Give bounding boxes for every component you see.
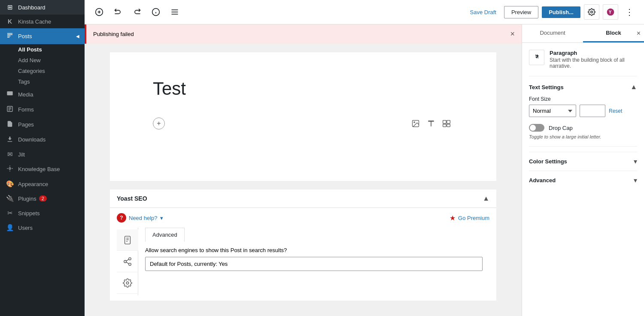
error-banner-text: Publishing failed: [93, 31, 134, 37]
font-size-reset-button[interactable]: Reset: [609, 108, 622, 114]
sidebar-item-appearance[interactable]: 🎨 Appearance: [0, 177, 85, 191]
users-icon: 👤: [5, 224, 15, 232]
advanced-toggle[interactable]: ▾: [634, 176, 637, 184]
svg-text:Y: Y: [609, 10, 612, 15]
svg-rect-0: [7, 91, 12, 95]
sidebar-item-snippets[interactable]: ✂ Snippets: [0, 206, 85, 220]
yoast-icon-settings[interactable]: [117, 272, 138, 294]
advanced-section: Advanced ▾: [529, 171, 637, 184]
sidebar-item-kinsta-cache[interactable]: K Kinsta Cache: [0, 15, 85, 28]
plugins-icon: 🔌: [5, 195, 15, 202]
editor-inner: Publishing failed × Test +: [85, 24, 522, 316]
color-settings-toggle[interactable]: ▾: [634, 157, 637, 166]
svg-line-30: [126, 262, 129, 264]
yoast-body: ? Need help? ▾ ★ Go Premium: [110, 208, 496, 301]
sidebar-item-jilt[interactable]: ✉ Jilt: [0, 147, 85, 162]
sidebar-item-label: Forms: [18, 106, 34, 113]
sidebar-subitem-all-posts[interactable]: All Posts: [0, 44, 85, 55]
dropcap-description: Toggle to show a large initial letter.: [529, 134, 637, 139]
divider-1: [529, 146, 637, 147]
yoast-collapse-button[interactable]: ▲: [483, 195, 489, 202]
sidebar-item-label: Posts: [18, 33, 32, 39]
font-size-input[interactable]: [580, 105, 605, 117]
sidebar-item-label: Media: [18, 91, 33, 98]
yoast-content: Advanced Allow search engines to show th…: [117, 228, 489, 295]
yoast-header[interactable]: Yoast SEO ▲: [110, 190, 496, 208]
yoast-help-expand-icon: ▾: [160, 215, 163, 221]
posts-icon: [5, 32, 15, 41]
redo-button[interactable]: [129, 4, 145, 20]
undo-button[interactable]: [110, 4, 126, 20]
sidebar-item-pages[interactable]: Pages: [0, 117, 85, 132]
tab-document[interactable]: Document: [522, 24, 583, 42]
sidebar-item-label: Pages: [18, 121, 34, 128]
text-settings-header: Text Settings ▲: [529, 83, 637, 91]
block-icon: [529, 50, 544, 65]
sidebar-item-media[interactable]: Media: [0, 87, 85, 102]
font-size-row: Normal Small Medium Large Huge Reset: [529, 105, 637, 117]
post-title[interactable]: Test: [153, 78, 453, 99]
font-size-select[interactable]: Normal Small Medium Large Huge: [529, 105, 576, 117]
block-info-text: Paragraph Start with the building block …: [550, 50, 637, 69]
yoast-icon-share[interactable]: [117, 251, 138, 272]
text-settings-title: Text Settings: [529, 84, 564, 90]
yoast-premium-link[interactable]: ★ Go Premium: [450, 214, 489, 222]
svg-rect-21: [443, 124, 447, 127]
yoast-toolbar-button[interactable]: Y: [603, 4, 618, 20]
tab-block[interactable]: Block: [583, 24, 644, 42]
sidebar-subitem-categories[interactable]: Categories: [0, 66, 85, 76]
sidebar-item-label: Kinsta Cache: [18, 18, 51, 25]
dropcap-toggle[interactable]: [529, 124, 544, 132]
block-info: Paragraph Start with the building block …: [529, 50, 637, 76]
publish-button[interactable]: Publish...: [542, 6, 580, 18]
preview-button[interactable]: Preview: [504, 6, 538, 18]
advanced-header[interactable]: Advanced ▾: [529, 176, 637, 184]
sidebar-item-label: Knowledge Base: [18, 166, 60, 172]
sidebar-item-downloads[interactable]: Downloads: [0, 132, 85, 147]
list-view-button[interactable]: [167, 4, 182, 20]
sidebar-item-plugins[interactable]: 🔌 Plugins 2: [0, 191, 85, 206]
sidebar-subitem-add-new[interactable]: Add New: [0, 55, 85, 66]
settings-button[interactable]: [584, 4, 599, 20]
more-options-button[interactable]: ⋮: [622, 4, 637, 20]
yoast-visibility-select[interactable]: Default for Posts, currently: YesYesNo: [145, 257, 483, 271]
sidebar-item-knowledge-base[interactable]: Knowledge Base: [0, 162, 85, 177]
svg-rect-20: [447, 120, 450, 124]
svg-point-27: [129, 257, 131, 260]
sidebar-item-forms[interactable]: Forms: [0, 102, 85, 117]
posts-arrow-icon: ◀: [76, 34, 79, 39]
sidebar-item-users[interactable]: 👤 Users: [0, 220, 85, 235]
svg-rect-19: [443, 120, 447, 124]
appearance-icon: 🎨: [5, 180, 15, 188]
sidebar: ⊞ Dashboard K Kinsta Cache Posts ◀ All P…: [0, 0, 85, 316]
dashboard-icon: ⊞: [5, 3, 15, 11]
yoast-panel: Yoast SEO ▲ ? Need help? ▾ ★ Go Premium: [110, 190, 496, 301]
info-button[interactable]: [148, 4, 164, 20]
svg-point-28: [124, 260, 127, 263]
yoast-icon-doc[interactable]: [117, 229, 138, 251]
yoast-tab-advanced[interactable]: Advanced: [145, 228, 185, 242]
image-tool-button[interactable]: [409, 117, 422, 130]
color-settings-header[interactable]: Color Settings ▾: [529, 157, 637, 166]
add-block-button[interactable]: [91, 4, 107, 20]
sidebar-item-posts[interactable]: Posts ◀: [0, 28, 85, 44]
panel-body: Paragraph Start with the building block …: [522, 43, 644, 316]
text-settings-section: Text Settings ▲ Font Size Normal Small M…: [529, 83, 637, 139]
svg-point-18: [414, 122, 415, 123]
text-tool-button[interactable]: [424, 117, 438, 130]
text-settings-toggle[interactable]: ▲: [630, 83, 637, 91]
snippets-icon: ✂: [5, 209, 15, 217]
svg-point-15: [591, 11, 593, 13]
sidebar-subitem-tags[interactable]: Tags: [0, 76, 85, 87]
error-banner: Publishing failed ×: [85, 24, 522, 44]
block-add-button[interactable]: +: [153, 117, 165, 129]
gallery-tool-button[interactable]: [440, 117, 453, 130]
svg-rect-23: [125, 236, 131, 244]
panel-close-button[interactable]: ×: [637, 30, 641, 37]
yoast-help-label: Need help?: [129, 215, 158, 221]
error-banner-close-button[interactable]: ×: [510, 30, 515, 39]
save-draft-button[interactable]: Save Draft: [466, 6, 501, 18]
sidebar-item-dashboard[interactable]: ⊞ Dashboard: [0, 0, 85, 15]
yoast-help-link[interactable]: ? Need help? ▾: [117, 213, 163, 223]
sidebar-item-label: Plugins: [18, 196, 36, 202]
